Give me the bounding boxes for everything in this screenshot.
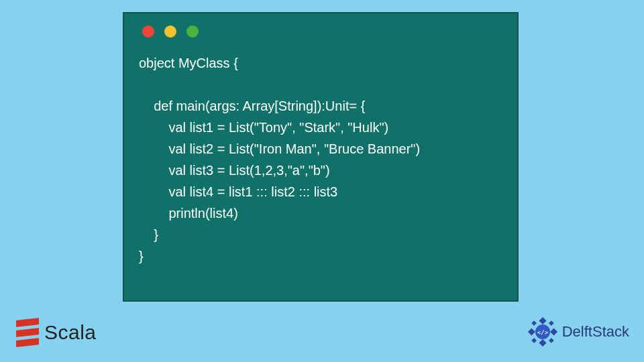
delftstack-icon: </> — [527, 316, 558, 347]
svg-marker-6 — [531, 338, 537, 343]
code-line: println(list4) — [139, 206, 238, 221]
svg-marker-3 — [550, 328, 557, 335]
svg-marker-7 — [549, 338, 554, 343]
svg-text:</>: </> — [537, 328, 548, 336]
code-line: } — [139, 249, 144, 263]
scala-logo: Scala — [16, 319, 97, 346]
code-line: val list1 = List("Tony", "Stark", "Hulk"… — [139, 120, 388, 135]
code-line: } — [139, 227, 158, 242]
close-icon — [142, 25, 154, 38]
delftstack-logo: </> DelftStack — [527, 316, 629, 347]
window-controls — [142, 25, 502, 38]
svg-marker-2 — [528, 328, 535, 335]
scala-brand-text: Scala — [44, 321, 97, 344]
scala-icon — [16, 318, 39, 347]
delftstack-brand-text: DelftStack — [562, 323, 629, 341]
code-block: object MyClass { def main(args: Array[St… — [139, 52, 502, 267]
code-line: def main(args: Array[String]):Unit= { — [139, 99, 365, 113]
maximize-icon — [186, 25, 199, 38]
svg-marker-4 — [531, 320, 537, 326]
code-line: object MyClass { — [139, 56, 238, 70]
minimize-icon — [164, 25, 176, 38]
code-line: val list2 = List("Iron Man", "Bruce Bann… — [139, 141, 420, 156]
svg-marker-1 — [539, 339, 546, 347]
svg-marker-0 — [539, 317, 546, 324]
svg-marker-5 — [549, 320, 554, 326]
code-line: val list4 = list1 ::: list2 ::: list3 — [139, 184, 337, 199]
code-line: val list3 = List(1,2,3,"a","b") — [139, 163, 330, 178]
code-panel: object MyClass { def main(args: Array[St… — [123, 12, 519, 302]
